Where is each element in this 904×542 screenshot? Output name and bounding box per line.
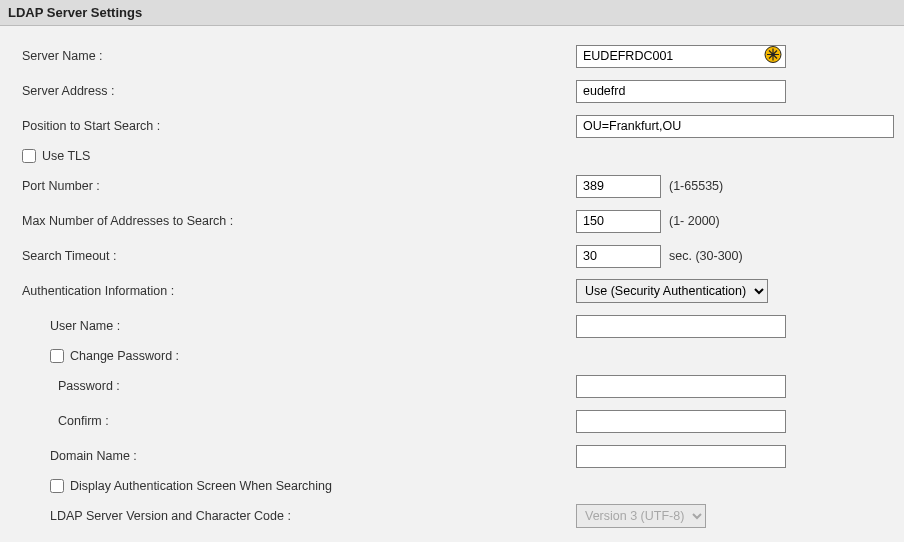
max-addresses-hint: (1- 2000) — [669, 214, 720, 228]
search-timeout-label: Search Timeout : — [22, 249, 576, 263]
port-number-label: Port Number : — [22, 179, 576, 193]
auth-info-label: Authentication Information : — [22, 284, 576, 298]
confirm-input[interactable] — [576, 410, 786, 433]
search-timeout-input[interactable] — [576, 245, 661, 268]
change-password-label: Change Password : — [70, 349, 179, 363]
display-auth-screen-label: Display Authentication Screen When Searc… — [70, 479, 332, 493]
domain-name-label: Domain Name : — [22, 449, 576, 463]
position-start-label: Position to Start Search : — [22, 119, 576, 133]
port-number-input[interactable] — [576, 175, 661, 198]
max-addresses-input[interactable] — [576, 210, 661, 233]
server-address-label: Server Address : — [22, 84, 576, 98]
page-title: LDAP Server Settings — [8, 5, 142, 20]
settings-form: Server Name : Server Address : Position … — [0, 26, 904, 542]
position-start-input[interactable] — [576, 115, 894, 138]
use-tls-label: Use TLS — [42, 149, 90, 163]
display-auth-screen-checkbox[interactable] — [50, 479, 64, 493]
password-label: Password : — [22, 379, 576, 393]
confirm-label: Confirm : — [22, 414, 576, 428]
server-address-input[interactable] — [576, 80, 786, 103]
page-header: LDAP Server Settings — [0, 0, 904, 26]
max-addresses-label: Max Number of Addresses to Search : — [22, 214, 576, 228]
password-input[interactable] — [576, 375, 786, 398]
ldap-version-select: Version 3 (UTF-8) — [576, 504, 706, 528]
user-name-input[interactable] — [576, 315, 786, 338]
server-name-input[interactable] — [576, 45, 786, 68]
search-timeout-hint: sec. (30-300) — [669, 249, 743, 263]
user-name-label: User Name : — [22, 319, 576, 333]
use-tls-checkbox[interactable] — [22, 149, 36, 163]
auth-info-select[interactable]: Use (Security Authentication) — [576, 279, 768, 303]
domain-name-input[interactable] — [576, 445, 786, 468]
port-number-hint: (1-65535) — [669, 179, 723, 193]
change-password-checkbox[interactable] — [50, 349, 64, 363]
server-name-label: Server Name : — [22, 49, 576, 63]
ldap-version-label: LDAP Server Version and Character Code : — [22, 509, 576, 523]
